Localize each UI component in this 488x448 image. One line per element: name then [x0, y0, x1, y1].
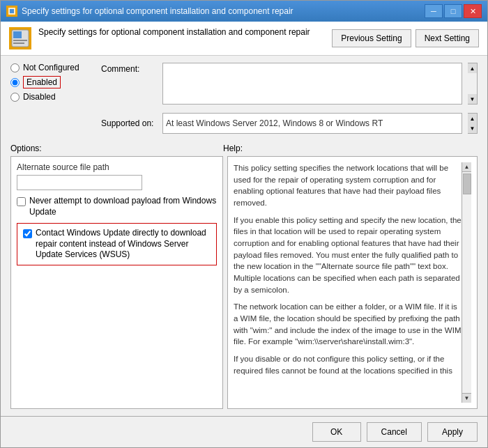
maximize-button[interactable]: □ — [444, 4, 462, 18]
enabled-radio[interactable]: Enabled — [10, 76, 101, 88]
comment-textarea[interactable] — [162, 63, 462, 105]
supported-on-section: Supported on: At least Windows Server 20… — [101, 113, 478, 134]
never-attempt-checkbox-item[interactable]: Never attempt to download payload from W… — [17, 196, 217, 217]
help-para-3: The network location can be either a fol… — [234, 301, 462, 348]
not-configured-radio-input[interactable] — [10, 63, 20, 72]
enabled-label: Enabled — [23, 76, 61, 88]
disabled-radio[interactable]: Disabled — [10, 92, 101, 102]
contact-wu-label: Contact Windows Update directly to downl… — [36, 228, 211, 261]
contact-wu-checkbox[interactable] — [23, 229, 32, 238]
comment-scrollbar: ▲ ▼ — [468, 63, 478, 105]
content-area: Not Configured Enabled Disabled Comment: — [1, 56, 487, 416]
supported-scroll-up[interactable]: ▲ — [468, 114, 477, 123]
help-para-4: If you disable or do not configure this … — [234, 353, 462, 376]
ok-button[interactable]: OK — [312, 422, 361, 442]
svg-rect-3 — [13, 31, 22, 38]
next-setting-button[interactable]: Next Setting — [415, 29, 479, 47]
not-configured-radio[interactable]: Not Configured — [10, 63, 101, 72]
scroll-down-arrow[interactable]: ▼ — [468, 94, 477, 104]
svg-rect-1 — [10, 9, 14, 13]
help-section-label: Help: — [223, 144, 243, 153]
header-description: Specify settings for optional component … — [38, 27, 325, 37]
help-text-content: This policy setting specifies the networ… — [234, 162, 462, 403]
options-section-label: Options: — [10, 144, 223, 153]
help-scroll-up[interactable]: ▲ — [462, 162, 471, 172]
disabled-radio-input[interactable] — [10, 93, 20, 102]
svg-rect-4 — [13, 40, 27, 41]
scroll-track — [468, 73, 477, 94]
help-para-2: If you enable this policy setting and sp… — [234, 215, 462, 296]
alt-source-section: Alternate source file path — [17, 162, 217, 190]
scroll-up-arrow[interactable]: ▲ — [468, 63, 477, 73]
supported-on-label: Supported on: — [101, 118, 157, 128]
configuration-radio-group: Not Configured Enabled Disabled — [10, 63, 101, 134]
header-title-text: Specify settings for optional component … — [38, 27, 310, 37]
cancel-button[interactable]: Cancel — [367, 422, 422, 442]
comment-supported-section: Comment: ▲ ▼ Supported on: At least Wind… — [101, 63, 478, 134]
contact-wu-checkbox-item[interactable]: Contact Windows Update directly to downl… — [23, 228, 211, 261]
title-bar: Specify settings for optional component … — [1, 1, 487, 22]
close-button[interactable]: ✕ — [464, 4, 482, 18]
options-panel: Alternate source file path Never attempt… — [10, 156, 223, 409]
supported-scrollbar: ▲ ▼ — [468, 113, 478, 134]
help-scroll-down[interactable]: ▼ — [462, 393, 471, 403]
alt-source-input[interactable] — [17, 175, 142, 190]
help-scrollbar: ▲ ▼ — [462, 162, 471, 403]
help-scroll-thumb[interactable] — [463, 173, 471, 194]
previous-setting-button[interactable]: Previous Setting — [332, 29, 411, 47]
apply-button[interactable]: Apply — [427, 422, 478, 442]
top-section: Not Configured Enabled Disabled Comment: — [10, 63, 478, 134]
main-window: Specify settings for optional component … — [0, 0, 488, 448]
window-controls: ─ □ ✕ — [425, 4, 482, 18]
navigation-buttons: Previous Setting Next Setting — [332, 29, 479, 47]
options-help-body: Alternate source file path Never attempt… — [10, 156, 478, 409]
supported-scroll-down[interactable]: ▼ — [468, 123, 477, 133]
options-help-header: Options: Help: — [10, 144, 478, 153]
never-attempt-label: Never attempt to download payload from W… — [29, 196, 217, 217]
help-scroll-track — [462, 172, 471, 393]
contact-windows-update-box: Contact Windows Update directly to downl… — [17, 223, 217, 265]
supported-value-text: At least Windows Server 2012, Windows 8 … — [166, 118, 383, 128]
help-para-1: This policy setting specifies the networ… — [234, 162, 462, 209]
bottom-button-bar: OK Cancel Apply — [1, 416, 487, 447]
supported-value-container: At least Windows Server 2012, Windows 8 … — [162, 113, 462, 134]
disabled-label: Disabled — [23, 92, 56, 102]
alt-source-label: Alternate source file path — [17, 162, 217, 172]
comment-section: Comment: ▲ ▼ — [101, 63, 478, 105]
never-attempt-checkbox[interactable] — [17, 197, 26, 206]
minimize-button[interactable]: ─ — [425, 4, 443, 18]
window-icon — [6, 6, 17, 17]
help-panel: This policy setting specifies the networ… — [227, 156, 478, 409]
dialog-header: Specify settings for optional component … — [1, 22, 487, 56]
not-configured-label: Not Configured — [23, 63, 79, 72]
dialog-icon — [9, 27, 31, 49]
svg-rect-5 — [13, 43, 24, 44]
comment-label: Comment: — [101, 63, 157, 74]
window-title: Specify settings for optional component … — [22, 6, 425, 16]
enabled-radio-input[interactable] — [10, 78, 20, 87]
